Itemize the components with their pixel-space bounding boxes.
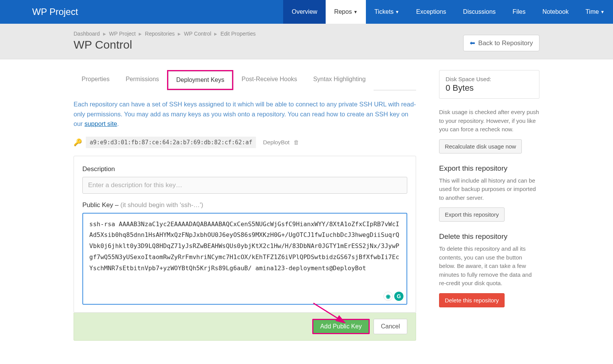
delete-note: To delete this repository and all its co… — [439, 245, 539, 288]
nav-tickets-label: Tickets — [374, 8, 393, 15]
grammarly-g-icon: G — [394, 292, 403, 301]
add-public-key-button[interactable]: Add Public Key — [312, 319, 370, 334]
nav-time-label: Time — [585, 8, 599, 15]
tab-properties[interactable]: Properties — [74, 70, 118, 90]
chevron-right-icon: ▶ — [139, 32, 142, 36]
top-nav: WP Project Overview Repos▼ Tickets▼ Exce… — [0, 0, 613, 24]
description-label: Description — [82, 165, 407, 173]
tab-syntax-highlighting[interactable]: Syntax Highlighting — [305, 70, 374, 90]
breadcrumb-item[interactable]: WP Control — [184, 31, 211, 37]
disk-usage-value: 0 Bytes — [446, 83, 533, 93]
key-fingerprint: a9:e9:d3:01:fb:87:ce:64:2a:b7:69:db:82:c… — [86, 137, 256, 148]
nav-repos-label: Repos — [334, 8, 352, 15]
grammarly-widget[interactable]: ◉ G — [384, 292, 403, 301]
back-button-label: Back to Repository — [478, 39, 533, 47]
chevron-right-icon: ▶ — [103, 32, 106, 36]
cancel-button[interactable]: Cancel — [374, 319, 407, 334]
breadcrumb-item[interactable]: WP Project — [109, 31, 136, 37]
page-title: WP Control — [74, 38, 256, 51]
trash-icon[interactable]: 🗑 — [293, 139, 299, 145]
breadcrumb-item[interactable]: Dashboard — [74, 31, 100, 37]
nav-notebook[interactable]: Notebook — [534, 0, 577, 24]
nav-time[interactable]: Time▼ — [577, 0, 613, 24]
export-note: This will include all history and can be… — [439, 176, 539, 202]
breadcrumb-item[interactable]: Repositories — [145, 31, 175, 37]
delete-repository-button[interactable]: Delete this repository — [439, 293, 505, 307]
nav-tickets[interactable]: Tickets▼ — [366, 0, 408, 24]
disk-usage-box: Disk Space Used: 0 Bytes — [439, 70, 539, 99]
caret-down-icon: ▼ — [395, 10, 399, 14]
nav-repos[interactable]: Repos▼ — [326, 0, 366, 24]
public-key-label: Public Key – (it should begin with 'ssh-… — [82, 201, 407, 209]
key-icon: 🔑 — [74, 138, 82, 147]
arrow-left-icon: ⬅ — [470, 39, 475, 47]
form-action-bar: Add Public Key Cancel — [74, 313, 416, 341]
disk-usage-label: Disk Space Used: — [446, 76, 533, 82]
highlight-deployment-keys: Deployment Keys — [167, 70, 233, 90]
tab-post-receive-hooks[interactable]: Post-Receive Hooks — [233, 70, 305, 90]
grammarly-badge-icon: ◉ — [384, 292, 393, 301]
nav-overview[interactable]: Overview — [283, 0, 326, 24]
export-heading: Export this repository — [439, 164, 539, 173]
back-to-repository-button[interactable]: ⬅ Back to Repository — [463, 35, 539, 51]
nav-exceptions[interactable]: Exceptions — [408, 0, 454, 24]
tab-deployment-keys[interactable]: Deployment Keys — [168, 71, 232, 89]
intro-text: Each repository can have a set of SSH ke… — [74, 90, 416, 136]
nav-discussions[interactable]: Discussions — [455, 0, 504, 24]
public-key-hint: (it should begin with 'ssh-…') — [120, 201, 203, 209]
caret-down-icon: ▼ — [600, 10, 605, 14]
sub-header: Dashboard ▶ WP Project ▶ Repositories ▶ … — [0, 24, 613, 59]
brand-title[interactable]: WP Project — [32, 0, 78, 24]
key-name-label: DeployBot — [263, 139, 289, 145]
support-site-link[interactable]: support site — [84, 120, 117, 127]
nav-files[interactable]: Files — [504, 0, 534, 24]
settings-tabs: Properties Permissions Deployment Keys P… — [74, 70, 416, 90]
public-key-textarea[interactable]: ssh-rsa AAAAB3NzaC1yc2EAAAADAQABAAABAQCx… — [82, 213, 407, 305]
breadcrumb: Dashboard ▶ WP Project ▶ Repositories ▶ … — [74, 31, 256, 37]
description-input[interactable] — [82, 177, 407, 194]
export-repository-button[interactable]: Export this repository — [439, 207, 505, 222]
chevron-right-icon: ▶ — [214, 32, 217, 36]
tab-permissions[interactable]: Permissions — [118, 70, 167, 90]
existing-key-row: 🔑 a9:e9:d3:01:fb:87:ce:64:2a:b7:69:db:82… — [74, 136, 416, 156]
add-key-form: Description Public Key – (it should begi… — [74, 156, 416, 313]
chevron-right-icon: ▶ — [178, 32, 181, 36]
disk-usage-note: Disk usage is checked after every push t… — [439, 108, 539, 134]
breadcrumb-item[interactable]: Edit Properties — [220, 31, 256, 37]
delete-heading: Delete this repository — [439, 232, 539, 241]
caret-down-icon: ▼ — [353, 10, 357, 14]
recalculate-disk-button[interactable]: Recalculate disk usage now — [439, 139, 522, 153]
